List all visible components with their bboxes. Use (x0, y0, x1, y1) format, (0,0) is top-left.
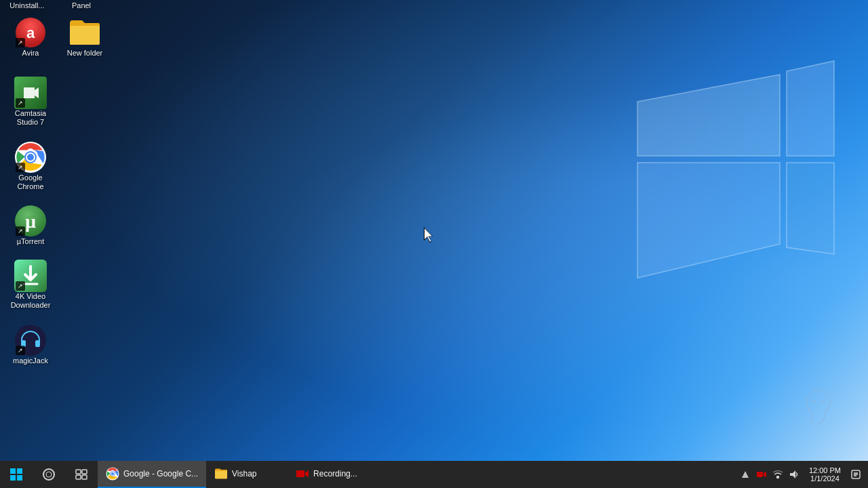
svg-marker-37 (764, 472, 766, 477)
taskbar-item-vishap[interactable]: Vishap (206, 461, 288, 488)
taskbar-item-recording[interactable]: Recording... (288, 461, 369, 488)
cortana-button[interactable] (33, 461, 65, 488)
new-folder-icon-desktop[interactable]: New folder (58, 14, 112, 60)
svg-rect-33 (296, 470, 304, 477)
fourk-label: 4K Video Downloader (6, 292, 55, 310)
svg-marker-39 (790, 470, 795, 479)
svg-marker-2 (787, 61, 834, 156)
svg-point-24 (46, 472, 52, 477)
svg-rect-38 (776, 476, 779, 479)
tray-volume-icon[interactable] (787, 468, 801, 481)
svg-text:µ: µ (25, 211, 36, 232)
svg-rect-28 (82, 475, 87, 479)
folder-icon-img (68, 16, 101, 46)
tray-network-icon[interactable] (771, 468, 785, 481)
tray-recording-icon[interactable] (755, 468, 768, 481)
magicjack-label: magicJack (6, 357, 55, 365)
taskbar-chrome-label: Google - Google C... (123, 469, 198, 479)
windows-logo (570, 20, 841, 294)
taskbar-clock[interactable]: 12:00 PM 1/1/2024 (804, 466, 846, 483)
utorrent-label: µTorrent (6, 237, 55, 246)
desktop-icons-column: a Avira New folder (3, 14, 112, 376)
tray-show-hidden[interactable] (738, 468, 752, 481)
svg-rect-25 (76, 470, 81, 474)
svg-point-18 (821, 400, 824, 403)
clock-date: 1/1/2024 (809, 474, 841, 483)
taskbar-items: Google - Google C... Vishap Recording... (98, 461, 733, 488)
shortcut-overlay (16, 38, 25, 47)
svg-rect-36 (757, 472, 763, 477)
magicjack-shortcut (16, 346, 25, 355)
svg-point-11 (27, 154, 34, 161)
svg-rect-21 (10, 475, 16, 481)
svg-marker-0 (637, 75, 780, 156)
chrome-label: Google Chrome (6, 174, 55, 191)
taskbar-chrome-icon (106, 467, 119, 481)
top-icons-row: Uninstall... Panel (0, 0, 108, 9)
fourk-icon-desktop[interactable]: 4K Video Downloader (3, 257, 58, 312)
taskbar: Google - Google C... Vishap Recording... (0, 461, 868, 488)
task-view-button[interactable] (65, 461, 98, 488)
avira-label: Avira (6, 49, 55, 58)
camtasia-shortcut (16, 98, 25, 108)
camtasia-label: Camtasia Studio 7 (6, 109, 55, 127)
tray-action-center[interactable] (849, 468, 863, 481)
taskbar-vishap-icon (214, 467, 228, 481)
system-tray: 12:00 PM 1/1/2024 (733, 461, 868, 488)
svg-rect-27 (76, 475, 81, 479)
taskbar-vishap-label: Vishap (232, 469, 256, 479)
start-button[interactable] (0, 461, 33, 488)
brand-logo (800, 386, 841, 427)
svg-marker-34 (305, 470, 309, 477)
utorrent-icon-desktop[interactable]: µ µTorrent (3, 202, 58, 249)
utorrent-shortcut (16, 226, 25, 236)
fourk-shortcut (16, 281, 25, 291)
svg-marker-3 (787, 163, 834, 254)
svg-point-17 (813, 400, 816, 403)
chrome-shortcut (16, 163, 25, 172)
svg-rect-19 (10, 468, 16, 474)
svg-marker-1 (637, 163, 780, 278)
magicjack-icon-desktop[interactable]: magicJack (3, 321, 58, 368)
svg-point-32 (111, 472, 114, 475)
new-folder-label: New folder (60, 49, 109, 58)
svg-rect-22 (17, 475, 22, 481)
chrome-icon-desktop[interactable]: Google Chrome (3, 138, 58, 194)
panel-label[interactable]: Panel (54, 0, 108, 9)
camtasia-icon-desktop[interactable]: Camtasia Studio 7 (3, 74, 58, 129)
taskbar-recording-label: Recording... (313, 469, 357, 479)
taskbar-item-chrome[interactable]: Google - Google C... (98, 461, 206, 488)
uninstall-label[interactable]: Uninstall... (0, 0, 54, 9)
clock-time: 12:00 PM (809, 466, 841, 474)
svg-rect-26 (82, 470, 87, 474)
avira-icon-desktop[interactable]: a Avira (3, 14, 58, 60)
taskbar-recording-icon (296, 467, 309, 481)
svg-marker-35 (742, 471, 749, 478)
desktop: Uninstall... Panel (0, 0, 868, 461)
svg-text:a: a (26, 24, 35, 41)
svg-marker-7 (24, 87, 39, 98)
svg-point-23 (43, 469, 54, 480)
svg-rect-20 (17, 468, 22, 474)
